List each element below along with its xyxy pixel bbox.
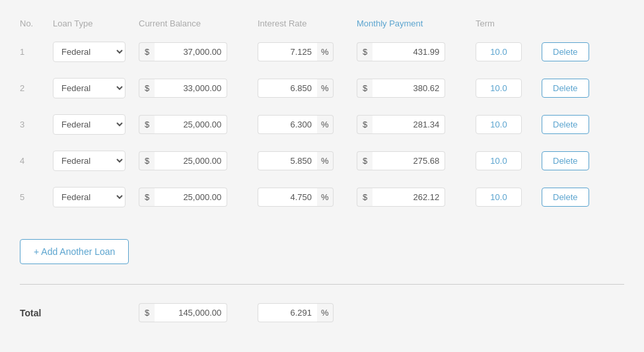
delete-button[interactable]: Delete [542, 42, 589, 61]
monthly-payment-cell: $ [357, 188, 476, 207]
divider [20, 284, 624, 285]
monthly-payment-value [373, 42, 445, 61]
term-input[interactable] [476, 42, 522, 61]
currency-symbol: $ [139, 115, 155, 134]
delete-button[interactable]: Delete [542, 151, 589, 170]
total-balance-display: $ [139, 303, 258, 322]
delete-cell: Delete [542, 115, 608, 134]
loans-container: No. Loan Type Current Balance Interest R… [0, 0, 644, 352]
delete-button[interactable]: Delete [542, 188, 589, 207]
balance-cell: $ [139, 188, 258, 207]
col-current-balance: Current Balance [139, 18, 258, 28]
col-interest-rate: Interest Rate [258, 18, 357, 28]
loan-type-select[interactable]: Federal Private [53, 42, 125, 62]
monthly-currency-symbol: $ [357, 115, 373, 134]
loan-type-cell: Federal Private [53, 151, 139, 171]
monthly-currency-symbol: $ [357, 79, 373, 98]
col-monthly-payment: Monthly Payment [357, 18, 476, 28]
percent-symbol: % [317, 79, 334, 98]
row-number: 4 [20, 156, 53, 166]
add-another-loan-button[interactable]: + Add Another Loan [20, 239, 129, 264]
total-currency-symbol: $ [139, 303, 155, 322]
loan-type-cell: Federal Private [53, 187, 139, 207]
interest-rate-input[interactable] [258, 188, 317, 207]
term-cell [476, 151, 542, 170]
balance-input[interactable] [155, 79, 227, 98]
delete-cell: Delete [542, 151, 608, 170]
interest-rate-input[interactable] [258, 115, 317, 134]
total-label: Total [20, 308, 53, 318]
term-cell [476, 188, 542, 207]
loan-type-select[interactable]: Federal Private [53, 78, 125, 98]
row-number: 2 [20, 83, 53, 93]
balance-cell: $ [139, 115, 258, 134]
col-term: Term [476, 18, 542, 28]
table-row: 4 Federal Private $ % $ [20, 143, 624, 179]
total-balance-field [155, 303, 227, 322]
delete-button[interactable]: Delete [542, 79, 589, 98]
total-row: Total $ % [20, 298, 624, 328]
percent-symbol: % [317, 188, 334, 207]
monthly-payment-value [373, 115, 445, 134]
loan-type-select[interactable]: Federal Private [53, 151, 125, 171]
monthly-payment-cell: $ [357, 42, 476, 61]
row-number: 1 [20, 47, 53, 57]
loan-type-cell: Federal Private [53, 78, 139, 98]
total-rate-field [258, 303, 317, 322]
monthly-currency-symbol: $ [357, 151, 373, 170]
term-input[interactable] [476, 151, 522, 170]
monthly-payment-value [373, 188, 445, 207]
delete-cell: Delete [542, 188, 608, 207]
balance-cell: $ [139, 79, 258, 98]
loan-type-select[interactable]: Federal Private [53, 114, 125, 135]
table-row: 2 Federal Private $ % $ [20, 70, 624, 106]
monthly-payment-cell: $ [357, 79, 476, 98]
interest-rate-input[interactable] [258, 79, 317, 98]
row-number: 3 [20, 120, 53, 129]
loan-type-cell: Federal Private [53, 114, 139, 135]
table-row: 3 Federal Private $ % $ [20, 106, 624, 143]
term-input[interactable] [476, 188, 522, 207]
balance-cell: $ [139, 42, 258, 61]
rate-cell: % [258, 115, 357, 134]
balance-input[interactable] [155, 115, 227, 134]
monthly-payment-value [373, 79, 445, 98]
percent-symbol: % [317, 42, 334, 61]
currency-symbol: $ [139, 151, 155, 170]
table-header: No. Loan Type Current Balance Interest R… [20, 13, 624, 34]
loan-type-select[interactable]: Federal Private [53, 187, 125, 207]
total-percent-symbol: % [317, 303, 334, 322]
currency-symbol: $ [139, 188, 155, 207]
balance-input[interactable] [155, 42, 227, 61]
balance-input[interactable] [155, 151, 227, 170]
loan-rows: 1 Federal Private $ % $ [20, 34, 624, 215]
col-no: No. [20, 18, 53, 28]
col-loan-type: Loan Type [53, 18, 139, 28]
monthly-currency-symbol: $ [357, 42, 373, 61]
term-cell [476, 79, 542, 98]
balance-cell: $ [139, 151, 258, 170]
monthly-payment-value [373, 151, 445, 170]
percent-symbol: % [317, 151, 334, 170]
monthly-payment-cell: $ [357, 115, 476, 134]
term-input[interactable] [476, 79, 522, 98]
table-row: 5 Federal Private $ % $ [20, 179, 624, 215]
rate-cell: % [258, 79, 357, 98]
delete-button[interactable]: Delete [542, 115, 589, 134]
interest-rate-input[interactable] [258, 151, 317, 170]
total-rate-display: % [258, 303, 357, 322]
table-row: 1 Federal Private $ % $ [20, 34, 624, 70]
term-cell [476, 42, 542, 61]
interest-rate-input[interactable] [258, 42, 317, 61]
term-input[interactable] [476, 115, 522, 134]
loan-type-cell: Federal Private [53, 42, 139, 62]
delete-cell: Delete [542, 79, 608, 98]
percent-symbol: % [317, 115, 334, 134]
rate-cell: % [258, 188, 357, 207]
add-loan-section: + Add Another Loan [20, 226, 624, 264]
row-number: 5 [20, 192, 53, 202]
currency-symbol: $ [139, 42, 155, 61]
rate-cell: % [258, 151, 357, 170]
balance-input[interactable] [155, 188, 227, 207]
currency-symbol: $ [139, 79, 155, 98]
